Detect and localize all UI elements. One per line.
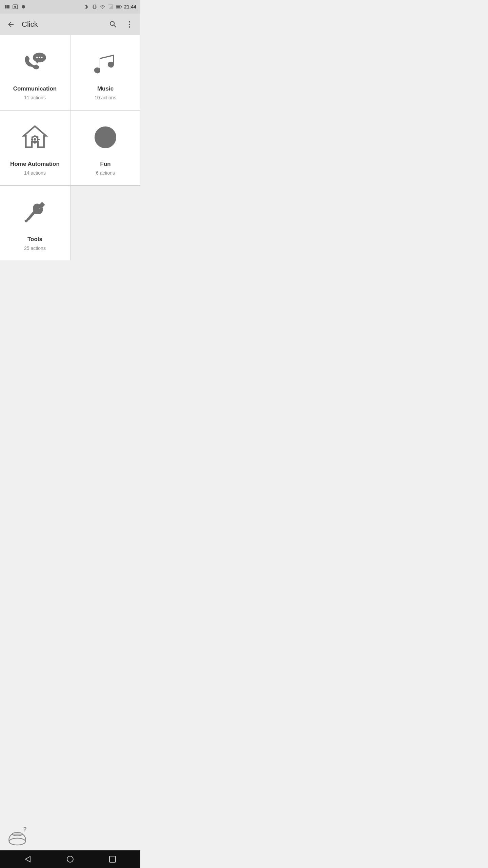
back-button[interactable] bbox=[5, 19, 16, 30]
more-options-button[interactable] bbox=[124, 19, 135, 30]
status-bar-right: 21:44 bbox=[83, 4, 136, 10]
home-automation-title: Home Automation bbox=[10, 161, 60, 167]
categories-grid: Communication 11 actions Music 10 action… bbox=[0, 35, 140, 260]
svg-point-24 bbox=[36, 57, 38, 58]
communication-subtitle: 11 actions bbox=[24, 95, 46, 100]
svg-point-39 bbox=[100, 133, 103, 136]
home-automation-icon bbox=[20, 122, 50, 153]
category-music[interactable]: Music 10 actions bbox=[70, 35, 140, 110]
battery-icon bbox=[116, 4, 122, 10]
sim-icon bbox=[108, 4, 114, 10]
svg-marker-14 bbox=[108, 4, 113, 9]
svg-marker-23 bbox=[36, 61, 40, 64]
svg-rect-30 bbox=[34, 135, 36, 137]
status-time: 21:44 bbox=[124, 4, 136, 9]
svg-rect-2 bbox=[8, 5, 9, 8]
svg-point-19 bbox=[129, 21, 130, 22]
svg-point-29 bbox=[34, 138, 36, 141]
svg-rect-17 bbox=[121, 6, 122, 7]
svg-rect-31 bbox=[34, 142, 36, 143]
search-button[interactable] bbox=[108, 19, 119, 30]
svg-rect-0 bbox=[5, 5, 6, 8]
svg-point-25 bbox=[39, 57, 40, 58]
category-communication[interactable]: Communication 11 actions bbox=[0, 35, 70, 110]
svg-point-13 bbox=[102, 8, 103, 8]
ifttt-icon bbox=[4, 4, 10, 10]
empty-cell bbox=[70, 186, 140, 260]
home-automation-subtitle: 14 actions bbox=[24, 170, 46, 176]
fun-subtitle: 6 actions bbox=[96, 170, 115, 176]
tools-subtitle: 25 actions bbox=[24, 245, 46, 251]
svg-rect-18 bbox=[116, 6, 120, 8]
fun-title: Fun bbox=[100, 161, 110, 167]
svg-rect-1 bbox=[6, 5, 8, 8]
communication-icon bbox=[20, 47, 50, 77]
tools-icon bbox=[20, 197, 50, 228]
svg-rect-32 bbox=[38, 139, 40, 140]
bluetooth-icon bbox=[83, 4, 89, 10]
communication-title: Communication bbox=[13, 85, 57, 92]
music-icon bbox=[90, 47, 121, 77]
svg-point-5 bbox=[22, 5, 25, 8]
vibrate-icon bbox=[92, 4, 98, 10]
category-fun[interactable]: Fun 6 actions bbox=[70, 111, 140, 185]
svg-point-40 bbox=[108, 133, 111, 136]
svg-point-4 bbox=[14, 6, 16, 8]
wifi-icon bbox=[100, 4, 106, 10]
page-title: Click bbox=[22, 20, 102, 29]
tools-title: Tools bbox=[27, 236, 42, 243]
svg-rect-33 bbox=[31, 139, 33, 140]
svg-point-20 bbox=[129, 24, 130, 25]
svg-point-26 bbox=[41, 57, 42, 58]
music-subtitle: 10 actions bbox=[95, 95, 116, 100]
svg-point-38 bbox=[95, 127, 116, 147]
music-title: Music bbox=[97, 85, 114, 92]
photo-icon bbox=[12, 4, 18, 10]
fun-icon bbox=[90, 122, 121, 153]
dot-icon bbox=[20, 4, 26, 10]
svg-point-21 bbox=[129, 26, 130, 27]
category-home-automation[interactable]: Home Automation 14 actions bbox=[0, 111, 70, 185]
svg-rect-6 bbox=[94, 5, 96, 8]
app-bar: Click bbox=[0, 14, 140, 35]
status-bar: 21:44 bbox=[0, 0, 140, 14]
category-tools[interactable]: Tools 25 actions bbox=[0, 186, 70, 260]
status-bar-left bbox=[4, 4, 26, 10]
